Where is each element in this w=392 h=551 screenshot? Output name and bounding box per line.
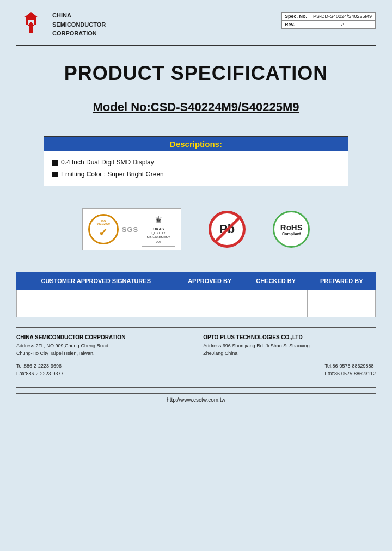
left-addr2: Chung-Ho City Taipei Hsien,Taiwan. xyxy=(16,350,189,357)
desc-item-1: 0.4 Inch Dual Digit SMD Display xyxy=(52,157,340,169)
main-title: PRODUCT SPECIFICATION xyxy=(16,62,376,85)
model-number: Model No:CSD-S40224M9/S40225M9 xyxy=(16,100,376,114)
ukas-sub1: QUALITY xyxy=(151,231,166,236)
approval-section: CUSTOMER APPROVED SIGNATURES APPROVED BY… xyxy=(16,272,376,317)
footer-content: CHINA SEMICONDUCTOR CORPORATION Address:… xyxy=(0,328,392,358)
ukas-crown-icon: ♛ xyxy=(155,215,162,226)
rev-value: A xyxy=(310,21,376,29)
company-name-block: CHINA SEMICONDUCTOR CORPORATION xyxy=(52,11,106,38)
prepared-by-cell xyxy=(308,290,376,317)
spec-value: PS-DD-S40224/S40225M9 xyxy=(310,13,376,21)
spec-table: Spec. No. PS-DD-S40224/S40225M9 Rev. A xyxy=(281,12,376,29)
left-tel: Tel:886-2-2223-9696 xyxy=(16,362,64,370)
footer-right-contact: Tel:86-0575-88629888 Fax:86-0575-8862311… xyxy=(324,362,376,378)
footer-left: CHINA SEMICONDUCTOR CORPORATION Address:… xyxy=(16,333,189,358)
approval-table: CUSTOMER APPROVED SIGNATURES APPROVED BY… xyxy=(16,272,376,317)
bullet-2 xyxy=(52,172,58,177)
company-line3: CORPORATION xyxy=(52,29,106,38)
iso-circle: ISO9001:2000 ✓ xyxy=(88,214,119,244)
pb-no-symbol: Pb xyxy=(209,211,246,248)
website-url: http://www.csctw.com.tw xyxy=(167,397,225,403)
col-checked: CHECKED BY xyxy=(244,273,308,290)
model-label: Model No: xyxy=(93,100,150,114)
company-logo xyxy=(16,10,46,39)
right-addr2: ZheJiang,China xyxy=(203,350,376,357)
rev-label: Rev. xyxy=(281,21,310,29)
rohs-text: RoHS xyxy=(280,223,303,232)
descriptions-box: Descriptions: 0.4 Inch Dual Digit SMD Di… xyxy=(44,136,348,186)
left-addr1: Address:2Fl., NO.909,Chung-Cheng Road. xyxy=(16,342,189,350)
company-line1: CHINA xyxy=(52,11,106,20)
title-section: PRODUCT SPECIFICATION Model No:CSD-S4022… xyxy=(0,46,392,120)
ukas-num: 005 xyxy=(156,240,161,244)
desc-text-2: Emitting Color : Super Bright Green xyxy=(61,169,164,181)
spec-label: Spec. No. xyxy=(281,13,310,21)
logos-row: ISO9001:2000 ✓ SGS ♛ UKAS QUALITY MANAGE… xyxy=(16,208,376,250)
ukas-sub2: MANAGEMENT xyxy=(147,236,170,240)
col-customer: CUSTOMER APPROVED SIGNATURES xyxy=(17,273,175,290)
approval-row xyxy=(17,290,376,317)
right-fax: Fax:86-0575-88623112 xyxy=(324,370,376,377)
pb-slash-icon xyxy=(214,216,242,244)
footer-bottom: Tel:886-2-2223-9696 Fax:886-2-2223-9377 … xyxy=(0,358,392,378)
right-addr1: Address:696 Shun jiang Rd.,Ji Shan St.Sh… xyxy=(203,342,376,350)
right-tel: Tel:86-0575-88629888 xyxy=(324,362,376,370)
desc-item-2: Emitting Color : Super Bright Green xyxy=(52,169,340,181)
sgs-ukas-box: ISO9001:2000 ✓ SGS ♛ UKAS QUALITY MANAGE… xyxy=(82,208,181,250)
desc-text-1: 0.4 Inch Dual Digit SMD Display xyxy=(61,157,154,169)
footer-url: http://www.csctw.com.tw xyxy=(16,393,376,408)
col-approved: APPROVED BY xyxy=(175,273,244,290)
left-company: CHINA SEMICONDUCTOR CORPORATION xyxy=(16,333,189,342)
page: CHINA SEMICONDUCTOR CORPORATION Spec. No… xyxy=(0,0,392,551)
right-company: OPTO PLUS TECHNOLOGIES CO.,LTD xyxy=(203,333,376,342)
ukas-title: UKAS xyxy=(153,226,164,231)
company-line2: SEMICONDUCTOR xyxy=(52,20,106,29)
approved-by-cell xyxy=(175,290,244,317)
descriptions-header: Descriptions: xyxy=(44,137,348,151)
model-value: CSD-S40224M9/S40225M9 xyxy=(151,100,299,114)
left-fax: Fax:886-2-2223-9377 xyxy=(16,370,64,377)
bullet-1 xyxy=(52,160,58,166)
descriptions-body: 0.4 Inch Dual Digit SMD Display Emitting… xyxy=(44,151,348,186)
footer-right: OPTO PLUS TECHNOLOGIES CO.,LTD Address:6… xyxy=(203,333,376,358)
footer-divider-bottom xyxy=(16,387,376,388)
iso-text: ISO9001:2000 xyxy=(97,220,110,226)
customer-sig-cell xyxy=(17,290,175,317)
header-left: CHINA SEMICONDUCTOR CORPORATION xyxy=(16,10,106,39)
sgs-label: SGS xyxy=(122,225,138,234)
ukas-box: ♛ UKAS QUALITY MANAGEMENT 005 xyxy=(142,212,175,247)
footer-left-contact: Tel:886-2-2223-9696 Fax:886-2-2223-9377 xyxy=(16,362,64,378)
rohs-circle: RoHS Compliant xyxy=(273,211,310,248)
checked-by-cell xyxy=(244,290,308,317)
header: CHINA SEMICONDUCTOR CORPORATION Spec. No… xyxy=(0,0,392,39)
iso-checkmark: ✓ xyxy=(99,226,108,239)
col-prepared: PREPARED BY xyxy=(308,273,376,290)
rohs-compliant: Compliant xyxy=(282,232,301,236)
